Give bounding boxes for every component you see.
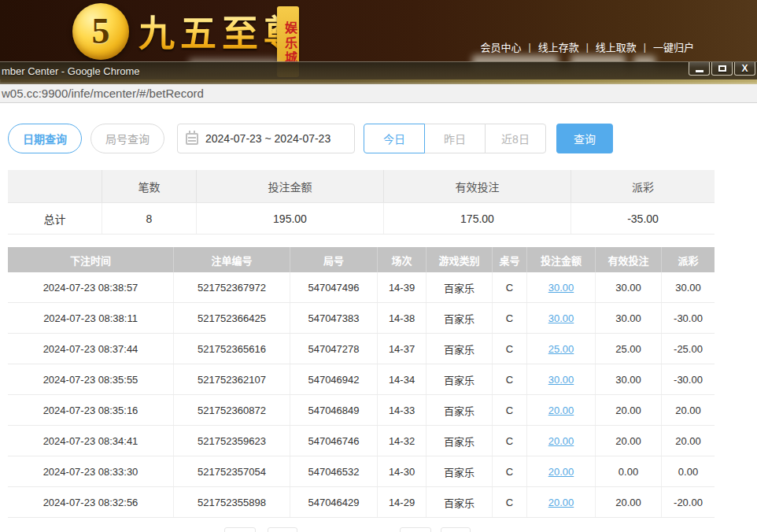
bet-id-cell: 521752367972 — [174, 272, 290, 302]
table-no-cell: C — [493, 364, 527, 394]
bet-id-cell: 521752357054 — [174, 456, 290, 486]
payout-cell: 30.00 — [662, 272, 715, 302]
game-type-cell: 百家乐 — [427, 487, 493, 517]
bet-amount-link[interactable]: 30.00 — [548, 282, 574, 294]
brand-coin-icon: 5 — [72, 3, 129, 60]
game-type-cell: 百家乐 — [427, 364, 493, 394]
round-id-cell: 547046746 — [290, 426, 378, 456]
session-cell: 14-33 — [378, 395, 427, 425]
table-row: 2024-07-23 08:38:11 521752366425 5470473… — [8, 303, 715, 334]
pagination — [0, 526, 757, 532]
nav-member-center[interactable]: 会员中心 — [481, 39, 522, 54]
screen: 5 九五至尊 娱乐城 会员中心 | 线上存款 | 线上取款 | 一键归户 mbe… — [0, 0, 757, 532]
yesterday-button[interactable]: 昨日 — [424, 124, 486, 153]
date-query-tab[interactable]: 日期查询 — [8, 124, 82, 153]
table-row: 2024-07-23 08:35:16 521752360872 5470468… — [8, 395, 715, 426]
table-row: 2024-07-23 08:38:57 521752367972 5470474… — [8, 272, 715, 303]
valid-bet-cell: 30.00 — [596, 272, 662, 302]
header-bet-id: 注单编号 — [174, 247, 290, 272]
bet-id-cell: 521752362107 — [174, 364, 290, 394]
summary-header-blank — [8, 170, 102, 202]
bet-amount-link[interactable]: 20.00 — [548, 466, 574, 478]
header-bet-amount: 投注金额 — [527, 247, 596, 272]
table-row: 2024-07-23 08:33:30 521752357054 5470465… — [8, 456, 715, 487]
payout-cell: -30.00 — [662, 303, 715, 333]
bet-time-cell: 2024-07-23 08:35:16 — [8, 395, 174, 425]
valid-bet-cell: 30.00 — [596, 303, 662, 333]
filter-toolbar: 日期查询 局号查询 2024-07-23 ~ 2024-07-23 今日 昨日 … — [8, 124, 757, 153]
summary-valid-bet: 175.00 — [384, 203, 571, 234]
bet-amount-link[interactable]: 20.00 — [548, 497, 574, 508]
close-icon: X — [741, 64, 748, 73]
bet-amount-link[interactable]: 30.00 — [548, 374, 574, 386]
table-no-cell: C — [493, 334, 527, 364]
session-cell: 14-37 — [378, 334, 427, 364]
round-query-tab[interactable]: 局号查询 — [90, 124, 164, 153]
table-no-cell: C — [493, 395, 527, 425]
game-type-cell: 百家乐 — [427, 395, 493, 425]
summary-table: 笔数 投注金额 有效投注 派彩 总计 8 195.00 175.00 -35.0… — [8, 170, 715, 235]
session-cell: 14-39 — [378, 272, 427, 302]
bet-id-cell: 521752359623 — [174, 426, 290, 456]
search-button[interactable]: 查询 — [556, 124, 613, 153]
summary-header-bet-amount: 投注金额 — [197, 170, 384, 202]
bet-id-cell: 521752366425 — [174, 303, 290, 333]
session-cell: 14-34 — [378, 364, 427, 394]
bet-amount-link[interactable]: 30.00 — [548, 312, 574, 324]
coin-number: 5 — [92, 10, 110, 52]
nav-deposit[interactable]: 线上存款 — [538, 39, 579, 54]
game-type-cell: 百家乐 — [427, 456, 493, 486]
table-row: 2024-07-23 08:34:41 521752359623 5470467… — [8, 426, 715, 456]
payout-cell: 20.00 — [662, 395, 715, 425]
pagination-button[interactable] — [268, 527, 297, 532]
url-bar[interactable]: w05.cc:9900/infe/mcenter/#/betRecord — [0, 84, 757, 103]
quick-range-group: 今日 昨日 近8日 — [364, 124, 546, 153]
nav-separator: | — [644, 42, 646, 53]
summary-total-row: 总计 8 195.00 175.00 -35.00 — [8, 203, 715, 235]
bet-amount-link[interactable]: 25.00 — [548, 343, 574, 355]
pagination-button[interactable] — [441, 527, 471, 532]
session-cell: 14-38 — [378, 303, 427, 333]
bet-amount-link[interactable]: 20.00 — [548, 435, 574, 447]
table-no-cell: C — [493, 426, 527, 456]
window-titlebar[interactable]: mber Center - Google Chrome X — [0, 61, 757, 79]
date-range-input[interactable]: 2024-07-23 ~ 2024-07-23 — [177, 124, 355, 153]
bet-time-cell: 2024-07-23 08:38:57 — [8, 272, 174, 302]
maximize-button[interactable] — [711, 62, 733, 76]
summary-header-row: 笔数 投注金额 有效投注 派彩 — [8, 170, 715, 203]
payout-cell: 20.00 — [662, 426, 715, 456]
bet-amount-link[interactable]: 20.00 — [548, 405, 574, 416]
table-no-cell: C — [493, 272, 527, 302]
payout-cell: -30.00 — [662, 364, 715, 394]
header-round-id: 局号 — [290, 247, 378, 272]
bet-time-cell: 2024-07-23 08:38:11 — [8, 303, 174, 333]
session-cell: 14-29 — [378, 487, 427, 517]
round-id-cell: 547047496 — [290, 272, 378, 302]
window-controls: X — [689, 62, 755, 76]
table-no-cell: C — [493, 487, 527, 517]
nav-one-key-transfer[interactable]: 一键归户 — [653, 39, 694, 54]
bet-record-page: 日期查询 局号查询 2024-07-23 ~ 2024-07-23 今日 昨日 … — [0, 103, 757, 532]
close-button[interactable]: X — [734, 62, 755, 76]
summary-header-count: 笔数 — [102, 170, 197, 202]
url-text: w05.cc:9900/infe/mcenter/#/betRecord — [2, 87, 204, 100]
round-id-cell: 547046849 — [290, 395, 378, 425]
pagination-button[interactable] — [400, 527, 431, 532]
nav-separator: | — [586, 42, 589, 53]
header-valid-bet: 有效投注 — [596, 247, 662, 272]
nav-withdraw[interactable]: 线上取款 — [596, 39, 637, 54]
today-button[interactable]: 今日 — [364, 124, 425, 153]
date-range-value: 2024-07-23 ~ 2024-07-23 — [205, 132, 330, 145]
pagination-button[interactable] — [224, 527, 256, 532]
round-id-cell: 547047278 — [290, 334, 378, 364]
last-8-days-button[interactable]: 近8日 — [485, 124, 546, 153]
table-no-cell: C — [493, 303, 527, 333]
game-type-cell: 百家乐 — [427, 303, 493, 333]
minimize-button[interactable] — [689, 62, 710, 76]
round-id-cell: 547046942 — [290, 364, 378, 394]
payout-cell: -20.00 — [662, 487, 715, 517]
bet-id-cell: 521752360872 — [174, 395, 290, 425]
table-no-cell: C — [493, 456, 527, 486]
table-row: 2024-07-23 08:37:44 521752365616 5470472… — [8, 334, 715, 364]
game-type-cell: 百家乐 — [427, 426, 493, 456]
